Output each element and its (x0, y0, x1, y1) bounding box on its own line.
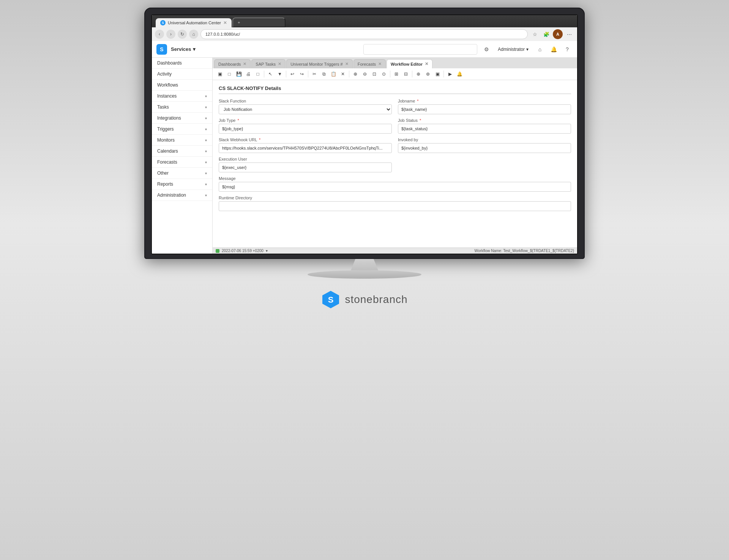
toolbar-btn-3[interactable]: 💾 (235, 70, 243, 78)
toolbar-btn-cursor[interactable]: ↖ (266, 70, 275, 78)
toolbar-separator-3 (308, 71, 308, 77)
tab-universal-monitor-triggers-label: Universal Monitor Triggers # (290, 62, 343, 66)
toolbar-btn-print[interactable]: 🖨 (244, 70, 252, 78)
sidebar-item-reports[interactable]: Reports ▾ (152, 179, 212, 190)
browser-tab-close-icon[interactable]: ✕ (223, 20, 227, 25)
browser-star-button[interactable]: ☆ (530, 29, 540, 39)
tab-forecasts-close[interactable]: ✕ (378, 62, 382, 66)
execution-user-input[interactable] (219, 162, 392, 172)
sidebar-item-workflows[interactable]: Workflows (152, 80, 212, 91)
integrations-expand-icon: ▾ (205, 116, 207, 120)
toolbar-btn-delete[interactable]: ✕ (339, 70, 347, 78)
header-help-button[interactable]: ? (562, 44, 573, 55)
tab-workflow-editor[interactable]: Workflow Editor ✕ (387, 59, 432, 68)
browser-home-button[interactable]: ⌂ (189, 30, 198, 39)
sidebar-label-forecasts: Forecasts (157, 159, 177, 165)
toolbar-btn-bell[interactable]: 🔔 (455, 70, 464, 78)
slack-function-select[interactable]: Job Notification (219, 104, 392, 114)
header-notifications-button[interactable]: 🔔 (548, 44, 559, 55)
browser-extensions-button[interactable]: 🧩 (541, 29, 551, 39)
toolbar-separator-4 (349, 71, 349, 77)
browser-refresh-button[interactable]: ↻ (178, 30, 187, 39)
sidebar-item-triggers[interactable]: Triggers ▾ (152, 124, 212, 135)
browser-back-button[interactable]: ‹ (155, 30, 164, 39)
job-status-input[interactable] (398, 124, 571, 134)
toolbar-btn-2[interactable]: □ (225, 70, 234, 78)
browser-menu-button[interactable]: ⋯ (564, 29, 574, 39)
header-settings-button[interactable]: ⚙ (481, 44, 492, 55)
settings-icon: ⚙ (484, 46, 489, 52)
toolbar-btn-5[interactable]: □ (254, 70, 262, 78)
header-home-button[interactable]: ⌂ (535, 44, 545, 55)
admin-menu[interactable]: Administrator ▾ (495, 45, 532, 54)
toolbar-btn-run[interactable]: ▶ (446, 70, 454, 78)
browser-tab-uac[interactable]: S Universal Automation Center ✕ (156, 18, 232, 27)
toolbar-btn-undo[interactable]: ↩ (288, 70, 297, 78)
browser-tab-label: Universal Automation Center (168, 21, 221, 25)
status-bar-left: 2022-07-06 15:59 +0200 ▾ (216, 249, 268, 253)
message-input[interactable] (219, 182, 571, 192)
tab-workflow-editor-close[interactable]: ✕ (425, 62, 428, 66)
home-icon: ⌂ (538, 46, 541, 52)
toolbar-btn-zoom-in[interactable]: ⊕ (351, 70, 360, 78)
toolbar-btn-snap[interactable]: ⊟ (402, 70, 410, 78)
toolbar-btn-layout[interactable]: ⊛ (424, 70, 432, 78)
tab-sap-tasks-close[interactable]: ✕ (278, 62, 281, 66)
toolbar-btn-align[interactable]: ▣ (433, 70, 442, 78)
browser-new-tab-button[interactable]: + (232, 17, 286, 27)
sidebar-label-workflows: Workflows (157, 82, 178, 88)
stonebranch-name: stonebranch (345, 293, 407, 306)
slack-webhook-input[interactable] (219, 143, 392, 153)
sidebar: Dashboards Activity Workflows Instances … (152, 58, 213, 254)
toolbar-btn-paste[interactable]: 📋 (329, 70, 338, 78)
message-label: Message (219, 176, 571, 181)
svg-text:S: S (328, 295, 334, 304)
toolbar-btn-fit[interactable]: ⊡ (370, 70, 379, 78)
sidebar-item-calendars[interactable]: Calendars ▾ (152, 146, 212, 157)
sidebar-item-administration[interactable]: Administration ▾ (152, 190, 212, 201)
tab-dashboards-close[interactable]: ✕ (243, 62, 246, 66)
toolbar-btn-grid[interactable]: ⊞ (392, 70, 401, 78)
toolbar-btn-zoom-out[interactable]: ⊖ (361, 70, 369, 78)
sidebar-item-other[interactable]: Other ▾ (152, 168, 212, 179)
sidebar-item-integrations[interactable]: Integrations ▾ (152, 113, 212, 124)
browser-tab-favicon: S (160, 20, 166, 25)
header-search-input[interactable] (363, 44, 477, 55)
form-content: CS SLACK-NOTIFY Details Slack Function J… (213, 80, 577, 248)
toolbar-btn-add-node[interactable]: ⊕ (414, 70, 423, 78)
status-dropdown-icon[interactable]: ▾ (266, 249, 268, 253)
sidebar-label-calendars: Calendars (157, 148, 178, 154)
sidebar-item-forecasts[interactable]: Forecasts ▾ (152, 157, 212, 168)
toolbar-btn-copy[interactable]: ⧉ (320, 70, 328, 78)
sidebar-item-activity[interactable]: Activity (152, 69, 212, 80)
tab-forecasts[interactable]: Forecasts ✕ (353, 59, 386, 68)
sidebar-label-administration: Administration (157, 192, 186, 198)
toolbar-btn-down[interactable]: ▼ (276, 70, 284, 78)
invoked-by-input[interactable] (398, 143, 571, 153)
services-dropdown-icon[interactable]: ▾ (193, 46, 196, 52)
sidebar-item-instances[interactable]: Instances ▾ (152, 91, 212, 102)
help-icon: ? (566, 46, 569, 52)
jobname-input[interactable] (398, 104, 571, 114)
reports-expand-icon: ▾ (205, 182, 207, 186)
job-status-label: Job Status * (398, 118, 571, 123)
browser-profile-button[interactable]: A (553, 29, 563, 39)
stonebranch-logo-icon: S (321, 290, 340, 309)
tab-sap-tasks[interactable]: SAP Tasks ✕ (251, 59, 286, 68)
content-area: Dashboards ✕ SAP Tasks ✕ Universal Monit… (213, 58, 577, 254)
browser-address-bar[interactable] (200, 29, 528, 39)
toolbar-btn-1[interactable]: ▣ (216, 70, 224, 78)
browser-forward-button[interactable]: › (166, 30, 175, 39)
toolbar-btn-cut[interactable]: ✂ (310, 70, 319, 78)
invoked-by-group: Invoked by (398, 137, 571, 153)
job-type-input[interactable] (219, 124, 392, 134)
toolbar-btn-redo[interactable]: ↪ (298, 70, 306, 78)
sidebar-item-dashboards[interactable]: Dashboards (152, 58, 212, 69)
sidebar-item-monitors[interactable]: Monitors ▾ (152, 135, 212, 146)
sidebar-item-tasks[interactable]: Tasks ▾ (152, 102, 212, 113)
tab-universal-monitor-triggers[interactable]: Universal Monitor Triggers # ✕ (286, 59, 353, 68)
toolbar-btn-zoom-100[interactable]: ⊙ (380, 70, 388, 78)
tab-dashboards[interactable]: Dashboards ✕ (214, 59, 251, 68)
tab-universal-monitor-triggers-close[interactable]: ✕ (345, 62, 349, 66)
runtime-directory-input[interactable] (219, 201, 571, 211)
